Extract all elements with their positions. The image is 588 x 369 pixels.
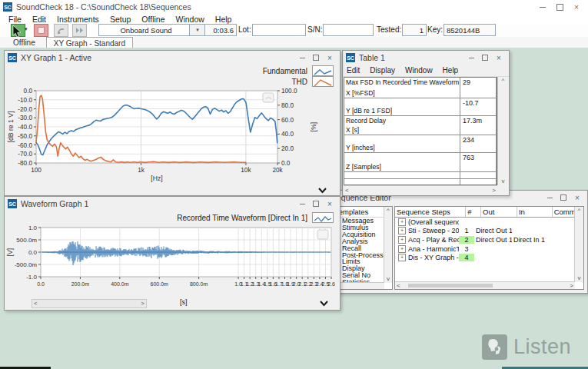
svg-text:20.0: 20.0 — [281, 145, 294, 152]
wf-close-button[interactable]: × — [323, 199, 337, 209]
scrollbar-thumb[interactable] — [408, 284, 493, 288]
menu-help[interactable]: Help — [210, 15, 238, 24]
table-row[interactable]: Max FSD In Recorded Time Waveform [Direc… — [344, 78, 497, 98]
waveform-chart: 1.0500.0m0.0-500.0m-1.00.0200.0m400.0m60… — [5, 224, 337, 298]
svg-text:2.6: 2.6 — [327, 281, 335, 287]
table-menu-edit[interactable]: Edit — [347, 66, 360, 75]
svg-text:-500.0m: -500.0m — [15, 261, 38, 268]
seq-maximize-button[interactable] — [556, 193, 570, 203]
menu-file[interactable]: File — [3, 15, 27, 24]
run-dropdown-icon[interactable]: ▾ — [25, 26, 28, 32]
maximize-button[interactable] — [551, 2, 568, 12]
xy-maximize-button[interactable] — [309, 53, 323, 63]
scroll-down-icon[interactable]: v — [576, 274, 583, 282]
fast-forward-button[interactable] — [72, 24, 87, 37]
xy-close-button[interactable]: × — [323, 53, 337, 63]
scroll-left-icon[interactable]: < — [395, 282, 402, 290]
sequence-step-row[interactable]: +Sti - Stweep - 20k-20H1Direct Out 1 — [395, 227, 583, 236]
table-row-value: 763 — [460, 153, 497, 171]
tab-offline[interactable]: Offline — [6, 38, 42, 48]
waveform-titlebar: SC Waveform Graph 1 × — [5, 197, 340, 211]
table-menu-help[interactable]: Help — [443, 66, 459, 75]
waveform-hscrollbar[interactable]: < > — [32, 299, 147, 308]
sequence-step-row[interactable]: +(Overall sequence) — [395, 218, 583, 227]
table-menu-display[interactable]: Display — [370, 66, 395, 75]
expand-icon[interactable]: + — [398, 218, 406, 226]
menu-instruments[interactable]: Instruments — [51, 15, 105, 24]
scroll-right-icon[interactable]: > — [490, 187, 497, 194]
xy-graph-window: SC XY Graph 1 - Active × Fundamental THD — [4, 50, 341, 196]
svg-text:0.0: 0.0 — [281, 160, 291, 167]
templates-vscrollbar[interactable]: ^ v — [384, 207, 392, 283]
table-row[interactable] — [344, 179, 497, 185]
wf-minimize-button[interactable] — [295, 199, 309, 209]
menu-setup[interactable]: Setup — [105, 15, 136, 24]
expand-icon[interactable]: + — [398, 236, 406, 244]
steps-hscrollbar[interactable]: < > — [395, 281, 575, 289]
table-menu-bar: EditDisplayWindowHelp — [343, 65, 509, 77]
table-vscrollbar[interactable]: ^ v — [497, 77, 508, 185]
scroll-up-icon[interactable]: ^ — [385, 207, 391, 214]
expand-icon[interactable]: + — [398, 245, 406, 253]
pan-tool-icon[interactable] — [317, 230, 328, 239]
wf-maximize-button[interactable] — [309, 199, 323, 209]
stop-button[interactable] — [34, 24, 48, 37]
run-button[interactable] — [11, 24, 25, 37]
scroll-down-icon[interactable]: v — [500, 178, 507, 185]
table-hscrollbar[interactable]: < > — [344, 185, 497, 194]
expand-icon[interactable]: + — [398, 254, 406, 261]
sn-label: S/N: — [307, 25, 322, 34]
seq-minimize-button[interactable] — [543, 193, 556, 203]
table-close-button[interactable]: × — [492, 53, 506, 63]
table-row-label: Max FSD In Recorded Time Waveform [Direc… — [344, 78, 460, 98]
table-row[interactable]: Record DelayX [s]17.3m — [344, 116, 497, 135]
close-button[interactable]: × — [568, 2, 585, 12]
expand-chevron-icon[interactable] — [319, 301, 329, 307]
sequence-step-row[interactable]: +Acq - Play & Record2Direct Out 1Direct … — [395, 235, 583, 244]
table-row[interactable]: Y [inches]234 — [344, 135, 497, 153]
sn-input[interactable] — [323, 24, 374, 36]
scroll-up-icon[interactable]: ^ — [500, 77, 507, 85]
scroll-up-icon[interactable]: ^ — [576, 207, 583, 214]
step-name: +Sti - Stweep - 20k-20H — [395, 227, 459, 234]
table-row-line2: Z [Samples] — [346, 163, 458, 171]
sequence-steps-rows: +(Overall sequence)+Sti - Stweep - 20k-2… — [395, 218, 583, 262]
scroll-right-icon[interactable]: > — [139, 300, 146, 308]
scroll-right-icon[interactable]: > — [568, 282, 575, 290]
minimize-button[interactable] — [534, 2, 551, 12]
legend-swatch-fundamental — [312, 65, 334, 76]
table-title: Table 1 — [359, 53, 385, 62]
menu-edit[interactable]: Edit — [27, 15, 51, 24]
table-row-value: 17.3m — [460, 116, 497, 135]
tab-xy-graph-standard[interactable]: XY Graph - Standard — [46, 37, 133, 48]
listen-logo-icon — [482, 334, 507, 360]
svg-text:0.0: 0.0 — [37, 281, 45, 287]
expand-chevron-icon[interactable] — [317, 188, 327, 194]
table-row[interactable] — [344, 172, 497, 179]
xy-minimize-button[interactable] — [295, 53, 309, 63]
key-label: Key: — [427, 25, 443, 34]
scroll-left-icon[interactable]: < — [32, 300, 39, 308]
xy-yaxis-left-label: [dB re 1 V] — [7, 111, 15, 143]
seq-close-button[interactable]: × — [570, 193, 584, 203]
sequence-step-row[interactable]: +Dis - XY Graph - Stan4 — [395, 253, 583, 262]
steps-vscrollbar[interactable]: ^ v — [574, 207, 583, 282]
device-dropdown-arrow[interactable]: ▾ — [189, 24, 206, 36]
table-row[interactable]: Z [Samples]763 — [344, 153, 497, 172]
step-name-text: Acq - Play & Record — [408, 236, 459, 244]
device-dropdown[interactable]: Onboard Sound — [98, 24, 194, 36]
expand-icon[interactable]: + — [398, 227, 406, 234]
scroll-left-icon[interactable]: < — [344, 187, 350, 194]
app-icon: SC — [3, 2, 12, 12]
table-maximize-button[interactable] — [478, 53, 492, 63]
repeat-button[interactable] — [54, 24, 68, 37]
lot-input[interactable] — [252, 24, 306, 36]
menu-offline[interactable]: Offline — [136, 15, 170, 24]
table-menu-window[interactable]: Window — [405, 66, 433, 75]
sequence-step-row[interactable]: +Ana - HarmonicTrak3 — [395, 244, 583, 254]
menu-window[interactable]: Window — [171, 15, 210, 24]
table-minimize-button[interactable] — [464, 53, 478, 63]
table-row[interactable]: Y [dB re 1 FSD]-10.7 — [344, 98, 497, 116]
step-out: Direct Out 1 — [474, 236, 512, 244]
scroll-down-icon[interactable]: v — [385, 275, 391, 283]
